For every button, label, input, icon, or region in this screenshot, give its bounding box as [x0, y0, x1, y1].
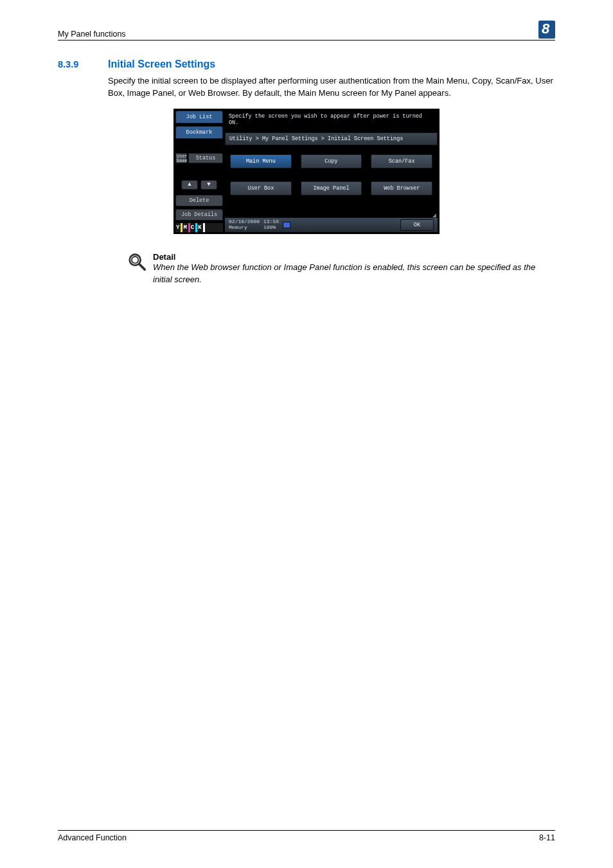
main-panel: Specify the screen you wish to appear af…: [225, 111, 438, 232]
side-panel: Job List Bookmark User Name Status ▲ ▼ D…: [175, 111, 223, 232]
delete-button[interactable]: Delete: [175, 195, 223, 206]
instruction-text: Specify the screen you wish to appear af…: [225, 111, 438, 132]
chapter-badge: 8: [538, 21, 555, 39]
flag-icon: [283, 222, 290, 228]
option-copy[interactable]: Copy: [301, 154, 362, 168]
arrow-down-button[interactable]: ▼: [200, 180, 217, 190]
tab-bookmark[interactable]: Bookmark: [175, 126, 223, 139]
option-web-browser[interactable]: Web Browser: [371, 181, 432, 195]
note-body: When the Web browser function or Image P…: [153, 262, 555, 286]
option-user-box[interactable]: User Box: [230, 181, 292, 195]
tab-job-list[interactable]: Job List: [175, 111, 223, 123]
footer-memory-value: 100%: [263, 225, 279, 231]
note-title: Detail: [153, 252, 555, 262]
breadcrumb: Utility > My Panel Settings > Initial Sc…: [225, 132, 438, 145]
device-screenshot: Job List Bookmark User Name Status ▲ ▼ D…: [58, 109, 555, 234]
user-name-icon: User Name: [175, 153, 187, 163]
job-details-button[interactable]: Job Details: [175, 209, 223, 221]
section-title: Initial Screen Settings: [108, 59, 215, 70]
section-paragraph: Specify the initial screen to be display…: [108, 75, 555, 100]
svg-line-2: [139, 264, 145, 269]
option-main-menu[interactable]: Main Menu: [230, 154, 292, 168]
tab-status[interactable]: Status: [188, 153, 223, 163]
svg-point-1: [132, 257, 138, 263]
running-head-text: My Panel functions: [58, 30, 126, 39]
footer-right: 8-11: [539, 833, 555, 842]
footer-left: Advanced Function: [58, 833, 127, 842]
option-scan-fax[interactable]: Scan/Fax: [371, 154, 432, 168]
arrow-up-button[interactable]: ▲: [181, 180, 198, 190]
footer-memory-label: Memory: [229, 225, 260, 231]
ok-button[interactable]: OK: [400, 219, 434, 231]
running-header: My Panel functions 8: [58, 21, 555, 41]
magnifier-icon: [127, 252, 147, 271]
page-footer: Advanced Function 8-11: [58, 830, 555, 842]
section-number: 8.3.9: [58, 59, 108, 69]
option-image-panel[interactable]: Image Panel: [301, 181, 362, 195]
toner-levels: Y M C K: [175, 223, 223, 232]
